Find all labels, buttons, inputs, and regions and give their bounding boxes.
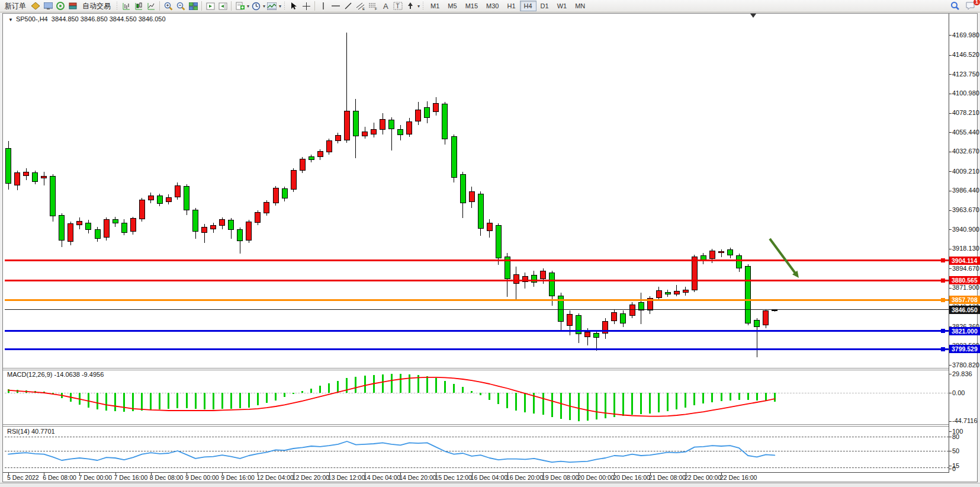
- candle: [104, 219, 110, 238]
- periods-icon[interactable]: [250, 1, 262, 11]
- candle: [291, 170, 297, 190]
- candle: [139, 200, 145, 219]
- candle: [326, 140, 332, 152]
- macd-histogram-bar: [774, 393, 776, 402]
- tile-windows-icon[interactable]: [187, 1, 199, 11]
- timeframe-M15[interactable]: M15: [461, 1, 482, 11]
- candle: [219, 219, 225, 226]
- candle: [157, 196, 163, 204]
- time-tick: [400, 473, 401, 475]
- macd-histogram-bar: [506, 393, 508, 408]
- macd-histogram-bar: [301, 391, 303, 393]
- time-tick: [222, 473, 223, 475]
- periods-caret[interactable]: ▾: [263, 4, 265, 9]
- macd-histogram-bar: [355, 377, 356, 393]
- text-icon[interactable]: A: [380, 1, 391, 11]
- candle: [584, 332, 590, 337]
- timeframe-D1[interactable]: D1: [536, 1, 553, 11]
- line-anchor-marker[interactable]: [941, 258, 945, 262]
- macd-histogram-bar: [497, 393, 499, 404]
- timeframe-H1[interactable]: H1: [503, 1, 519, 11]
- line-anchor-marker[interactable]: [941, 329, 945, 333]
- search-icon[interactable]: [949, 1, 961, 11]
- candle: [656, 290, 662, 298]
- crosshair-icon[interactable]: [300, 1, 312, 11]
- macd-histogram-bar: [435, 378, 437, 393]
- new-order-button[interactable]: 新订单: [2, 1, 29, 12]
- template-icon[interactable]: [266, 1, 278, 11]
- data-window-icon[interactable]: [54, 1, 66, 11]
- template-caret[interactable]: ▾: [279, 4, 281, 9]
- horizontal-line-3846.050[interactable]: [5, 309, 949, 310]
- pane-separator[interactable]: [3, 424, 949, 425]
- chart-menu-triangle-icon[interactable]: ▼: [8, 17, 13, 23]
- line-anchor-marker[interactable]: [941, 347, 945, 351]
- add-indicator-caret[interactable]: ▾: [247, 4, 249, 9]
- price-line-label: 3857.708: [949, 296, 980, 304]
- equidistant-channel-icon[interactable]: E: [355, 1, 367, 11]
- arrows-icon[interactable]: [404, 1, 416, 11]
- time-tick: [294, 473, 294, 475]
- auto-trading-button[interactable]: 自动交易: [79, 1, 114, 12]
- rsi-axis-label: 0: [952, 465, 956, 472]
- macd-histogram-bar: [667, 393, 669, 411]
- horizontal-line-3904.114[interactable]: [5, 259, 949, 261]
- pane-separator[interactable]: [3, 426, 949, 427]
- trendline-icon[interactable]: [342, 1, 354, 11]
- arrows-caret[interactable]: ▾: [417, 4, 420, 9]
- timeframe-M30[interactable]: M30: [482, 1, 503, 11]
- candle: [344, 111, 350, 140]
- auto-trading-icon[interactable]: [67, 1, 79, 11]
- horizontal-line-3821.000[interactable]: [5, 330, 949, 332]
- time-tick: [721, 473, 722, 475]
- market-watch-icon[interactable]: [42, 1, 54, 11]
- price-tick-label: 3940.900: [952, 226, 979, 233]
- horizontal-line-3880.565[interactable]: [5, 280, 949, 281]
- chat-badge: 1: [973, 0, 980, 5]
- rsi-label: RSI(14) 40.7701: [7, 428, 55, 435]
- timeframe-H4[interactable]: H4: [520, 1, 536, 11]
- chart-window[interactable]: [2, 13, 978, 482]
- horizontal-line-3857.708[interactable]: [5, 299, 949, 301]
- rsi-level-50: [5, 451, 949, 451]
- candle: [549, 273, 555, 296]
- pane-separator[interactable]: [3, 368, 949, 369]
- chat-icon[interactable]: 1: [965, 1, 976, 11]
- zoom-in-icon[interactable]: [162, 1, 174, 11]
- chart-shift-icon[interactable]: [217, 1, 229, 11]
- price-tick-label: 4032.670: [952, 148, 979, 155]
- timeframe-MN[interactable]: MN: [571, 1, 589, 11]
- macd-histogram-bar: [578, 393, 580, 421]
- candlestick-chart-icon[interactable]: [133, 1, 144, 11]
- candle: [496, 225, 502, 258]
- zoom-out-icon[interactable]: [175, 1, 187, 11]
- symbol-profile-icon[interactable]: [30, 1, 41, 11]
- line-anchor-marker[interactable]: [941, 278, 945, 283]
- cursor-icon[interactable]: [288, 1, 300, 11]
- timeframe-M1[interactable]: M1: [426, 1, 444, 11]
- candle: [95, 229, 101, 239]
- timeframe-W1[interactable]: W1: [553, 1, 571, 11]
- fibonacci-icon[interactable]: F: [367, 1, 379, 11]
- line-anchor-marker[interactable]: [941, 298, 945, 302]
- price-tick-label: 3963.670: [952, 206, 979, 213]
- macd-histogram-bar: [221, 393, 223, 409]
- bar-chart-icon[interactable]: [120, 1, 132, 11]
- auto-scroll-icon[interactable]: [204, 1, 216, 11]
- text-label-icon[interactable]: T: [392, 1, 404, 11]
- chart-shift-marker-icon[interactable]: [750, 14, 756, 18]
- candle: [424, 107, 430, 118]
- candle: [745, 266, 751, 323]
- horizontal-line-3799.529[interactable]: [5, 348, 949, 350]
- macd-histogram-bar: [569, 393, 571, 420]
- macd-histogram-bar: [730, 393, 731, 401]
- line-chart-icon[interactable]: [145, 1, 157, 11]
- vertical-line-icon[interactable]: [317, 1, 329, 11]
- horizontal-line-icon[interactable]: [330, 1, 342, 11]
- candle: [148, 196, 154, 201]
- add-indicator-icon[interactable]: [234, 1, 246, 11]
- candle: [487, 223, 493, 231]
- rsi-level-80: [5, 437, 949, 437]
- pane-separator[interactable]: [3, 370, 949, 370]
- timeframe-M5[interactable]: M5: [444, 1, 461, 11]
